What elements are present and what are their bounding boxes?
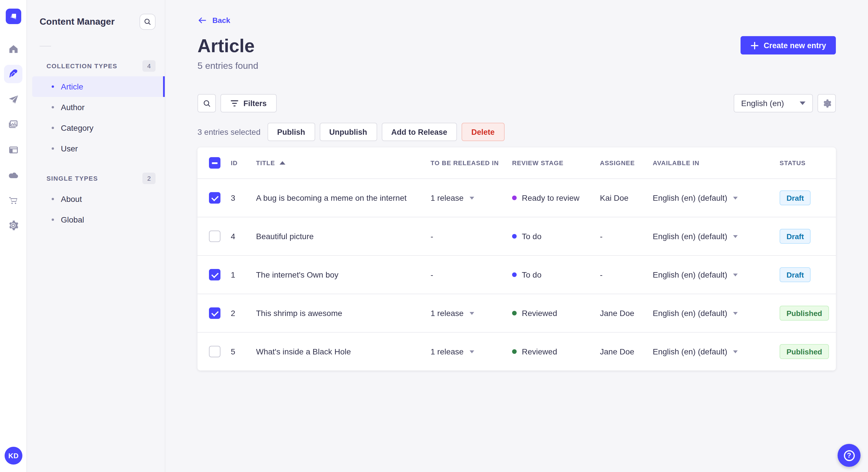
row-release[interactable]: 1 release xyxy=(426,347,507,356)
row-assignee: - xyxy=(595,232,648,241)
row-locale-label: English (en) (default) xyxy=(653,232,727,241)
subnav-search-button[interactable] xyxy=(140,14,156,30)
row-review-stage: To do xyxy=(507,232,595,241)
subnav-section-label: SINGLE TYPES xyxy=(46,175,98,182)
row-status-cell: Published xyxy=(775,306,836,321)
row-checkbox[interactable] xyxy=(209,231,220,242)
row-checkbox-cell xyxy=(197,192,226,204)
row-release-label: - xyxy=(431,232,433,241)
row-status-cell: Draft xyxy=(775,229,836,244)
row-assignee: Kai Doe xyxy=(595,193,648,202)
column-header-assignee[interactable]: ASSIGNEE xyxy=(595,160,648,166)
stage-dot-icon xyxy=(512,196,517,200)
row-title: Beautiful picture xyxy=(251,232,426,241)
subnav-item-category[interactable]: Category xyxy=(32,117,165,138)
status-badge: Draft xyxy=(780,191,811,205)
row-title: The internet's Own boy xyxy=(251,270,426,279)
row-review-stage: To do xyxy=(507,270,595,279)
chevron-down-icon xyxy=(733,312,738,314)
media-library-icon[interactable] xyxy=(7,119,19,130)
row-checkbox[interactable] xyxy=(209,346,220,357)
row-status-cell: Draft xyxy=(775,267,836,282)
stage-dot-icon xyxy=(512,234,517,239)
column-header-available-in[interactable]: AVAILABLE IN xyxy=(648,160,775,166)
page-title: Article xyxy=(197,36,255,56)
table-row: 3A bug is becoming a meme on the interne… xyxy=(197,178,836,217)
row-checkbox[interactable] xyxy=(209,192,220,204)
releases-icon[interactable] xyxy=(7,94,19,105)
marketplace-cart-icon[interactable] xyxy=(7,194,19,206)
bullet-icon xyxy=(52,106,54,108)
strapi-logo[interactable] xyxy=(6,9,21,24)
home-icon[interactable] xyxy=(7,43,19,55)
subnav-item-global[interactable]: Global xyxy=(32,209,165,230)
stage-label: To do xyxy=(522,232,541,241)
status-badge: Published xyxy=(780,344,829,359)
user-avatar[interactable]: KD xyxy=(5,447,22,465)
content-manager-icon[interactable] xyxy=(7,68,19,80)
content-type-builder-icon[interactable] xyxy=(7,144,19,156)
row-checkbox[interactable] xyxy=(209,269,220,280)
table-body: 3A bug is becoming a meme on the interne… xyxy=(197,178,836,370)
selection-summary: 3 entries selected xyxy=(197,127,260,136)
row-status-cell: Published xyxy=(775,344,836,359)
row-assignee: Jane Doe xyxy=(595,308,648,318)
subnav-section-header: SINGLE TYPES2 xyxy=(27,159,165,189)
stage-label: Ready to review xyxy=(522,193,580,202)
locale-select[interactable]: English (en) xyxy=(734,94,813,112)
column-header-status[interactable]: STATUS xyxy=(775,160,836,166)
publish-button[interactable]: Publish xyxy=(267,123,315,141)
table-row: 5What's inside a Black Hole1 releaseRevi… xyxy=(197,332,836,370)
column-header-id[interactable]: ID xyxy=(226,160,251,166)
subnav-section-header: COLLECTION TYPES4 xyxy=(27,46,165,76)
subnav-item-about[interactable]: About xyxy=(32,189,165,209)
help-button[interactable]: ? xyxy=(838,444,861,467)
select-all-checkbox[interactable] xyxy=(209,157,220,169)
view-settings-button[interactable] xyxy=(817,94,836,112)
bullet-icon xyxy=(52,127,54,129)
column-header-to-be-released-in[interactable]: TO BE RELEASED IN xyxy=(426,160,507,166)
subnav-item-article[interactable]: Article xyxy=(32,76,165,97)
row-release-label: 1 release xyxy=(431,347,464,356)
column-header-review-stage[interactable]: REVIEW STAGE xyxy=(507,160,595,166)
back-label: Back xyxy=(212,16,230,25)
subnav-item-author[interactable]: Author xyxy=(32,97,165,117)
stage-dot-icon xyxy=(512,311,517,315)
subnav-section-count-badge: 4 xyxy=(143,60,156,72)
row-checkbox-cell xyxy=(197,307,226,319)
delete-button[interactable]: Delete xyxy=(462,123,504,141)
search-icon xyxy=(203,99,211,107)
row-review-stage: Reviewed xyxy=(507,308,595,318)
app-root: KD Content Manager COLLECTION TYPES4Arti… xyxy=(0,0,868,472)
settings-icon[interactable] xyxy=(7,220,19,231)
filters-label: Filters xyxy=(243,99,267,107)
column-header-title[interactable]: TITLE xyxy=(251,160,426,166)
filters-button[interactable]: Filters xyxy=(220,94,276,112)
row-release[interactable]: 1 release xyxy=(426,308,507,318)
bullet-icon xyxy=(52,218,54,221)
status-badge: Published xyxy=(780,306,829,321)
row-checkbox[interactable] xyxy=(209,307,220,319)
back-link[interactable]: Back xyxy=(197,15,230,25)
add-to-release-button[interactable]: Add to Release xyxy=(381,123,457,141)
row-release[interactable]: 1 release xyxy=(426,193,507,202)
row-available-in[interactable]: English (en) (default) xyxy=(648,193,775,202)
unpublish-button[interactable]: Unpublish xyxy=(319,123,377,141)
subnav-item-label: Article xyxy=(61,82,83,91)
row-id: 2 xyxy=(226,308,251,318)
row-available-in[interactable]: English (en) (default) xyxy=(648,232,775,241)
row-available-in[interactable]: English (en) (default) xyxy=(648,308,775,318)
bullet-icon xyxy=(52,86,54,88)
question-mark-icon: ? xyxy=(844,450,855,461)
search-entries-button[interactable] xyxy=(197,94,216,112)
gear-icon xyxy=(822,98,832,108)
create-new-entry-button[interactable]: Create new entry xyxy=(741,36,836,55)
row-available-in[interactable]: English (en) (default) xyxy=(648,270,775,279)
row-available-in[interactable]: English (en) (default) xyxy=(648,347,775,356)
status-badge: Draft xyxy=(780,229,811,244)
row-id: 1 xyxy=(226,270,251,279)
subnav-item-user[interactable]: User xyxy=(32,138,165,159)
cloud-icon[interactable] xyxy=(7,169,19,181)
plus-icon xyxy=(750,41,759,49)
subnav-title: Content Manager xyxy=(40,16,115,27)
